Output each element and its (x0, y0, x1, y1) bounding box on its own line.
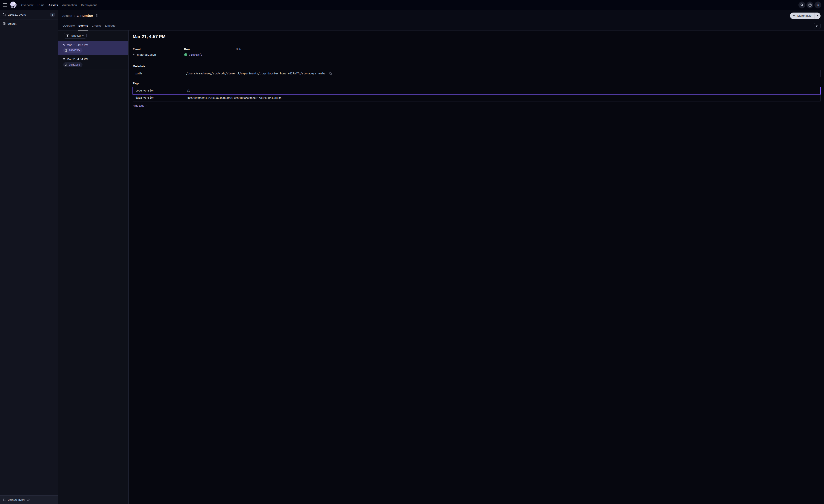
tag-value: 3bfc269594ef649228e9a74bab00f042efc91d5a… (184, 94, 339, 101)
repo-name: 250321-dvers (8, 13, 26, 16)
tag-row-code-version: code_version v1 (133, 87, 339, 94)
breadcrumb-assets-link[interactable]: Assets (62, 14, 72, 17)
run-target-icon (65, 49, 68, 52)
nav-item-deployment[interactable]: Deployment (81, 3, 97, 8)
run-column: Run 788005fa (184, 47, 236, 56)
event-summary-grid: Event Materialization Run (133, 47, 339, 56)
collapse-caret-icon: ▲ (145, 105, 147, 107)
tab-events[interactable]: Events (78, 24, 88, 30)
main-area: Assets › a_number Materialize (58, 10, 339, 208)
page-header: Assets › a_number Materialize (58, 10, 339, 20)
hide-tags-label: Hide tags (133, 104, 144, 107)
folder-icon (3, 13, 6, 16)
tab-overview[interactable]: Overview (62, 24, 75, 30)
tab-lineage[interactable]: Lineage (105, 24, 116, 30)
event-column-label: Event (133, 47, 184, 51)
run-target-icon (65, 64, 68, 66)
copy-path-button[interactable] (329, 72, 332, 76)
materialization-sparkle-icon (133, 53, 135, 56)
main-nav-menu: Overview Runs Assets Automation Deployme… (21, 3, 97, 8)
repo-count-badge: 1 (50, 13, 55, 17)
materialization-sparkle-icon (62, 58, 65, 60)
run-success-icon (184, 53, 187, 56)
run-id-link[interactable]: 788005fa (189, 53, 202, 56)
nav-item-assets[interactable]: Assets (48, 3, 59, 8)
materialization-sparkle-icon (62, 43, 65, 46)
asset-group-icon (3, 22, 6, 25)
tag-row-data-version: data_version 3bfc269594ef649228e9a74bab0… (133, 94, 339, 101)
hamburger-menu-icon[interactable] (3, 3, 7, 6)
dagster-logo[interactable] (9, 1, 17, 9)
event-list-panel: Type (2) Mar 21, 4:57 PM (58, 30, 129, 208)
copy-asset-name-button[interactable] (95, 14, 99, 18)
copy-icon (329, 72, 332, 75)
metadata-heading: Metadata (133, 65, 339, 68)
chevron-down-icon (82, 35, 84, 36)
breadcrumb-separator: › (74, 14, 75, 17)
tag-key: code_version (133, 87, 184, 94)
event-column: Event Materialization (133, 47, 184, 56)
hide-tags-link[interactable]: Hide tags ▲ (133, 104, 147, 107)
metadata-key: path (133, 70, 184, 77)
metadata-path-link[interactable]: /Users/smackesey/stm/code/elementl/exper… (186, 72, 327, 75)
event-list-item[interactable]: Mar 21, 4:54 PM 2fd32b85 (58, 55, 128, 70)
run-id-pill[interactable]: 788005fa (63, 48, 83, 53)
sidebar-item-repo[interactable]: 250321-dvers 1 (0, 10, 58, 19)
tag-key: data_version (133, 94, 184, 101)
group-name: default (8, 22, 16, 25)
run-column-label: Run (184, 47, 236, 51)
event-type-value: Materialization (137, 53, 156, 56)
event-time: Mar 21, 4:57 PM (67, 43, 88, 46)
job-value: — (236, 53, 239, 56)
detail-divider (133, 44, 339, 44)
top-nav: Overview Runs Assets Automation Deployme… (0, 0, 339, 10)
copy-icon (95, 14, 98, 17)
nav-item-overview[interactable]: Overview (21, 3, 34, 8)
tags-heading: Tags (133, 82, 339, 85)
breadcrumb: Assets › a_number (62, 14, 99, 18)
filter-funnel-icon (66, 34, 69, 37)
type-filter-button[interactable]: Type (2) (64, 33, 87, 38)
metadata-table: path /Users/smackesey/stm/code/elementl/… (133, 70, 339, 77)
event-list-item[interactable]: Mar 21, 4:57 PM 788005fa (58, 41, 128, 55)
tags-table: code_version v1 data_version 3bfc269594e… (133, 87, 339, 102)
event-time: Mar 21, 4:54 PM (67, 57, 88, 61)
asset-groups-sidebar: 250321-dvers 1 default 250321-dvers (0, 10, 58, 208)
job-column: Job — (236, 47, 339, 56)
type-filter-label: Type (2) (70, 34, 81, 37)
run-id-pill[interactable]: 2fd32b85 (63, 62, 83, 67)
tag-value: v1 (184, 87, 339, 94)
event-detail-title: Mar 21, 4:57 PM (133, 34, 339, 39)
job-column-label: Job (236, 47, 339, 51)
content-area: Type (2) Mar 21, 4:57 PM (58, 30, 339, 208)
nav-item-automation[interactable]: Automation (62, 3, 77, 8)
tab-bar: Overview Events Checks Lineage (58, 21, 339, 30)
tab-checks[interactable]: Checks (92, 24, 102, 30)
page-title: a_number (77, 14, 93, 18)
run-id: 788005fa (69, 49, 80, 52)
run-id: 2fd32b85 (69, 63, 80, 66)
octopus-logo-icon (9, 1, 17, 9)
event-detail-panel: Mar 21, 4:57 PM Event Materialization (129, 30, 339, 208)
nav-item-runs[interactable]: Runs (37, 3, 45, 8)
sidebar-item-default-group[interactable]: default (0, 19, 58, 28)
